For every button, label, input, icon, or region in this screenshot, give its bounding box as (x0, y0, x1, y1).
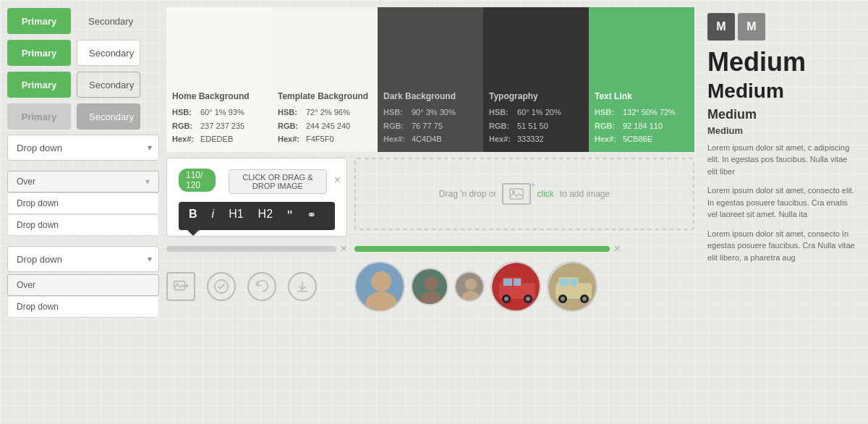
dropdown-item-1[interactable]: Drop down (7, 192, 159, 214)
download-icon[interactable] (288, 272, 317, 301)
progress-close-1[interactable]: × (341, 242, 347, 255)
bold-button[interactable]: B (184, 206, 202, 226)
typo-h3: Medium (707, 107, 855, 122)
image-dropzone[interactable]: Drag 'n drop or click to add image (354, 158, 694, 230)
color-swatches: Home Background HSB:60° 1% 93% RGB:237 2… (166, 7, 694, 152)
svg-point-24 (504, 297, 509, 301)
svg-point-10 (371, 271, 391, 292)
dropdown-select-2[interactable]: Drop down (7, 246, 159, 272)
medium-icon-light: M (738, 13, 765, 41)
svg-point-16 (465, 279, 477, 290)
char-counter: 110/ 120 (179, 169, 216, 192)
primary-button-4-disabled: Primary (7, 103, 71, 130)
add-image-icon[interactable] (166, 272, 195, 301)
typo-body-sm: Medium (707, 125, 855, 136)
progress-area-2: × (354, 242, 694, 255)
svg-rect-30 (560, 279, 569, 286)
quote-button[interactable]: " (283, 206, 297, 226)
typo-para-3: Lorem ipsum dolor sit amet, consecto In … (707, 228, 855, 264)
click-add-text[interactable]: click (537, 189, 553, 199)
secondary-button-2[interactable]: Secondary (77, 40, 140, 66)
progress-bars-row: × × (166, 242, 694, 255)
svg-rect-22 (514, 279, 521, 286)
swatch-template-title: Template Background (278, 91, 372, 101)
typo-h1: Medium (707, 48, 855, 77)
toolbar-arrow (187, 230, 199, 236)
swatch-home-bg: Home Background HSB:60° 1% 93% RGB:237 2… (166, 7, 272, 152)
dropdown-item-3[interactable]: Drop down (7, 296, 159, 318)
secondary-button-3[interactable]: Secondary (77, 72, 140, 98)
refresh-icon[interactable] (247, 272, 276, 301)
h2-button[interactable]: H2 (254, 206, 277, 226)
svg-point-35 (582, 297, 587, 301)
svg-rect-21 (503, 279, 512, 286)
left-panel: Primary Secondary Primary Secondary Prim… (7, 7, 159, 417)
vehicle-thumb-1 (490, 261, 541, 312)
swatch-typography: Typography HSB:60° 1% 20% RGB:51 51 50 H… (483, 7, 589, 152)
vehicle-thumb-2 (547, 261, 597, 312)
button-row-4: Primary Secondary (7, 103, 159, 130)
svg-point-33 (561, 297, 565, 301)
editor-toolbar: B i H1 H2 " ⚭ (179, 202, 335, 230)
swatch-typography-title: Typography (489, 91, 583, 101)
swatch-dark-bg: Dark Background HSB:90° 3% 30% RGB:76 77… (378, 7, 483, 152)
avatar-2 (411, 268, 448, 305)
dropdown-item-2[interactable]: Drop down (7, 214, 159, 236)
primary-button-2[interactable]: Primary (7, 40, 71, 66)
editor-section: 110/ 120 CLICK OR DRAG & DROP IMAGE × B … (166, 158, 694, 417)
close-upload-icon[interactable]: × (334, 174, 341, 187)
text-editor-panel: 110/ 120 CLICK OR DRAG & DROP IMAGE × B … (166, 158, 347, 237)
svg-point-13 (424, 276, 438, 291)
editor-top-row: 110/ 120 CLICK OR DRAG & DROP IMAGE × B … (166, 158, 694, 237)
typo-para-1: Lorem ipsum dolor sit amet, c adipiscing… (707, 142, 855, 178)
italic-button[interactable]: i (208, 206, 219, 226)
avatar-1 (354, 261, 405, 312)
swatch-textlink: Text Link HSB:132° 50% 72% RGB:92 184 11… (589, 7, 694, 152)
secondary-button-1[interactable]: Secondary (77, 8, 140, 34)
check-circle-icon[interactable] (207, 272, 236, 301)
swatch-textlink-title: Text Link (595, 91, 689, 101)
medium-icon-dark: M (707, 13, 735, 41)
h1-button[interactable]: H1 (224, 206, 247, 226)
typo-h2: Medium (707, 80, 855, 103)
progress-bar-gray (166, 246, 336, 252)
svg-rect-31 (570, 279, 577, 286)
action-icons-row (166, 269, 347, 304)
medium-icons-row: M M (707, 13, 855, 41)
upload-button[interactable]: CLICK OR DRAG & DROP IMAGE (229, 169, 327, 194)
swatch-dark-title: Dark Background (383, 91, 477, 101)
avatar-3 (454, 271, 485, 302)
swatch-home-title: Home Background (172, 91, 266, 101)
link-button[interactable]: ⚭ (302, 206, 320, 226)
dropdown-select[interactable]: Drop down (7, 135, 159, 161)
avatars-row (354, 261, 694, 312)
button-row-2: Primary Secondary (7, 39, 159, 67)
middle-panel: Home Background HSB:60° 1% 93% RGB:237 2… (166, 7, 694, 417)
secondary-button-4[interactable]: Secondary (77, 103, 140, 130)
right-panel: M M Medium Medium Medium Medium Lorem ip… (702, 7, 861, 417)
image-placeholder-icon (502, 183, 531, 205)
dropdown-over-item[interactable]: Over (7, 171, 159, 192)
dropdown-over-item-2[interactable]: Over (7, 274, 159, 296)
primary-button-1[interactable]: Primary (7, 8, 71, 34)
typo-para-2: Lorem ipsum dolor sit amet, consecto eli… (707, 185, 855, 221)
swatch-template-bg: Template Background HSB:72° 2% 96% RGB:2… (272, 7, 378, 152)
dropdown-wrapper-2[interactable]: Drop down (7, 246, 159, 272)
button-row-3: Primary Secondary (7, 71, 159, 98)
dropdown-list-section-2: Drop down Over Drop down (7, 246, 159, 318)
svg-rect-0 (510, 189, 523, 199)
primary-button-3[interactable]: Primary (7, 72, 71, 98)
progress-close-2[interactable]: × (614, 242, 621, 255)
dropdown-wrapper[interactable]: Drop down (7, 135, 159, 161)
progress-area-1: × (166, 242, 347, 255)
button-row-1: Primary Secondary (7, 7, 159, 35)
svg-point-26 (526, 297, 530, 301)
add-image-text: to add image (560, 189, 610, 199)
icons-avatars-row (166, 261, 694, 312)
dropdown-list-section: Over Drop down Drop down (7, 171, 159, 236)
drop-text: Drag 'n drop or (439, 189, 497, 199)
progress-bar-green (354, 246, 610, 252)
